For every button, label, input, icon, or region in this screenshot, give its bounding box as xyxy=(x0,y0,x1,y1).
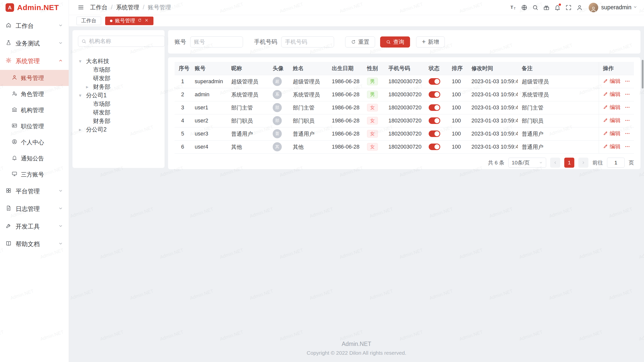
collapse-menu-icon[interactable] xyxy=(75,2,86,13)
search-icon[interactable] xyxy=(530,2,541,13)
active-tab-dot xyxy=(110,20,112,22)
table-row: 2 admin 系统管理员 系 系统管理员 1986-06-28 男 18020… xyxy=(175,88,634,101)
tree-caret-icon[interactable]: ▸ xyxy=(86,84,93,90)
row-more-icon[interactable] xyxy=(625,131,630,138)
sidebar-menu: 工作台 业务测试 系统管理 账号管理 角色管理 机构管理 xyxy=(0,15,69,253)
lock-user-icon[interactable] xyxy=(574,2,585,13)
status-toggle[interactable] xyxy=(429,91,440,98)
tree-caret-icon[interactable]: ▾ xyxy=(79,58,86,64)
cell-remark: 系统管理员 xyxy=(518,88,599,101)
cell-nickname: 部门职员 xyxy=(227,114,269,127)
tree-caret-icon[interactable]: ▸ xyxy=(79,127,86,132)
cell-nickname: 普通用户 xyxy=(227,127,269,140)
current-username[interactable]: superadmin xyxy=(601,4,631,11)
sidebar-item-notice[interactable]: 通知公告 xyxy=(0,150,69,166)
user-icon xyxy=(12,74,17,82)
status-toggle[interactable] xyxy=(429,117,440,124)
tree-node[interactable]: 市场部 xyxy=(78,65,159,74)
row-more-icon[interactable] xyxy=(625,105,630,111)
account-input[interactable] xyxy=(190,36,243,48)
language-icon[interactable] xyxy=(519,2,530,13)
sidebar-item-dev-tools[interactable]: 开发工具 xyxy=(0,218,69,235)
sidebar-item-personal-center[interactable]: 个人中心 xyxy=(0,134,69,150)
scrollbar-thumb[interactable] xyxy=(642,60,643,88)
tree-node[interactable]: 研发部 xyxy=(78,74,159,82)
next-page-button[interactable] xyxy=(578,158,588,168)
row-more-icon[interactable] xyxy=(625,118,630,124)
tree-node[interactable]: 市场部 xyxy=(78,100,159,108)
page-size-select[interactable]: 10条/页 xyxy=(508,158,546,168)
tree-node-label: 分公司2 xyxy=(86,126,107,133)
prev-page-button[interactable] xyxy=(550,158,560,168)
chevron-down-icon[interactable] xyxy=(633,5,637,10)
table-header-row: 序号 账号 昵称 头像 姓名 出生日期 性别 手机号码 状态 排序 修改时间 备… xyxy=(175,62,634,75)
col-status: 状态 xyxy=(425,62,448,75)
phone-input[interactable] xyxy=(281,36,334,48)
footer-title: Admin.NET xyxy=(69,341,644,347)
row-more-icon[interactable] xyxy=(625,92,630,98)
sidebar-item-account-management[interactable]: 账号管理 xyxy=(0,70,69,86)
sidebar-item-label: 机构管理 xyxy=(21,106,44,114)
tab-account-management[interactable]: 账号管理 xyxy=(105,17,153,25)
notification-bell-icon[interactable] xyxy=(552,2,563,13)
tab-close-icon[interactable] xyxy=(144,18,149,24)
org-search-input[interactable] xyxy=(89,38,162,44)
table-row: 1 superadmin 超级管理员 超 超级管理员 1986-06-28 男 … xyxy=(175,75,634,88)
cell-account: user3 xyxy=(191,127,227,140)
edit-button[interactable]: 编辑 xyxy=(603,143,621,150)
cell-name: 部门主管 xyxy=(289,101,328,114)
sidebar-item-org-management[interactable]: 机构管理 xyxy=(0,102,69,118)
status-toggle[interactable] xyxy=(429,104,440,111)
sidebar-item-business-test[interactable]: 业务测试 xyxy=(0,35,69,52)
reset-button[interactable]: 重置 xyxy=(345,36,375,48)
status-toggle[interactable] xyxy=(429,78,440,85)
theme-gift-icon[interactable] xyxy=(541,2,552,13)
avatar[interactable] xyxy=(589,3,598,12)
breadcrumb-item[interactable]: 系统管理 xyxy=(116,4,139,11)
edit-button[interactable]: 编辑 xyxy=(603,104,621,111)
tree-caret-icon[interactable]: ▾ xyxy=(79,93,86,98)
tree-node[interactable]: 财务部 xyxy=(78,117,159,125)
row-more-icon[interactable] xyxy=(625,145,630,151)
content-right-column: 账号 手机号码 重置 查询 + 新增 xyxy=(168,30,640,358)
add-button[interactable]: + 新增 xyxy=(416,36,445,48)
cell-nickname: 其他 xyxy=(227,140,269,153)
search-button[interactable]: 查询 xyxy=(380,36,410,48)
sidebar-item-help-docs[interactable]: 帮助文档 xyxy=(0,235,69,253)
edit-button[interactable]: 编辑 xyxy=(603,90,621,98)
tab-refresh-icon[interactable] xyxy=(138,18,142,24)
fullscreen-icon[interactable] xyxy=(563,2,574,13)
sidebar-item-position-management[interactable]: 职位管理 xyxy=(0,118,69,134)
sidebar-item-third-party-account[interactable]: 三方账号 xyxy=(0,166,69,183)
gender-tag: 女 xyxy=(367,104,378,111)
tab-workbench[interactable]: 工作台 xyxy=(76,17,101,25)
current-page-button[interactable]: 1 xyxy=(564,158,574,168)
sidebar-item-platform-management[interactable]: 平台管理 xyxy=(0,183,69,200)
font-size-icon[interactable] xyxy=(508,2,519,13)
status-toggle[interactable] xyxy=(429,130,440,137)
system-submenu: 账号管理 角色管理 机构管理 职位管理 个人中心 通知公告 xyxy=(0,70,69,183)
cell-sort: 100 xyxy=(448,114,467,127)
sidebar-item-workbench[interactable]: 工作台 xyxy=(0,17,69,35)
cell-modified: 2023-01-03 10:59:44 xyxy=(467,101,518,114)
tree-node[interactable]: ▸分公司2 xyxy=(78,125,159,134)
tree-node[interactable]: ▸财务部 xyxy=(78,82,159,91)
status-toggle[interactable] xyxy=(429,144,440,150)
tree-node[interactable]: ▾大名科技 xyxy=(78,57,159,65)
edit-button[interactable]: 编辑 xyxy=(603,130,621,137)
tree-node[interactable]: ▾分公司1 xyxy=(78,91,159,100)
refresh-icon xyxy=(351,39,356,44)
sidebar-item-log-management[interactable]: 日志管理 xyxy=(0,200,69,218)
breadcrumb-item[interactable]: 工作台 xyxy=(90,4,107,11)
col-sort: 排序 xyxy=(448,62,467,75)
row-more-icon[interactable] xyxy=(625,79,630,85)
tree-node[interactable]: 研发部 xyxy=(78,108,159,117)
sidebar-item-role-management[interactable]: 角色管理 xyxy=(0,86,69,102)
cell-remark: 部门主管 xyxy=(518,101,599,114)
edit-button[interactable]: 编辑 xyxy=(603,117,621,124)
edit-button[interactable]: 编辑 xyxy=(603,77,621,85)
goto-page-input[interactable] xyxy=(607,158,625,168)
sidebar-item-system-management[interactable]: 系统管理 xyxy=(0,52,69,70)
chevron-down-icon xyxy=(539,161,543,165)
chevron-down-icon xyxy=(58,205,63,212)
